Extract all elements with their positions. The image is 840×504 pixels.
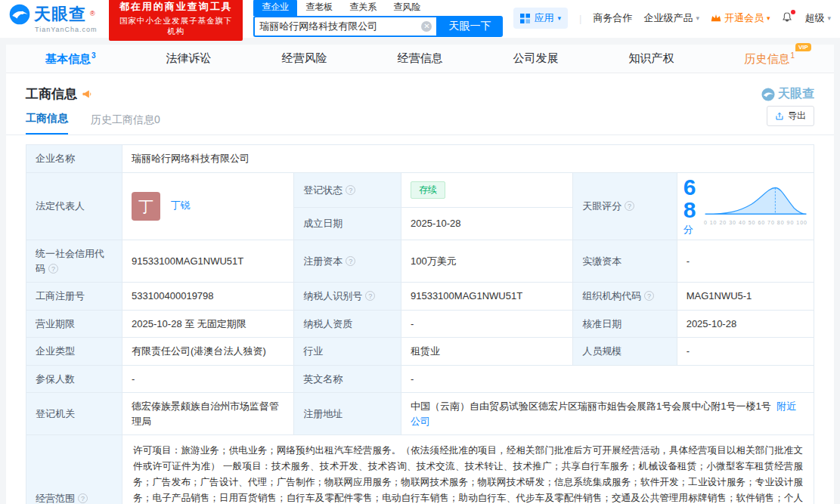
enterprise-products-label: 企业级产品 (643, 11, 693, 25)
promo-line2: 国家中小企业发展子基金旗下机构 (116, 16, 235, 37)
field-value-reg-address: 中国（云南）自由贸易试验区德宏片区瑞丽市姐告会展路1号会展中心附1号一楼1号 附… (401, 393, 814, 435)
tianyancha-logo[interactable]: 天眼查 ® TianYanCha.com (9, 4, 98, 33)
field-value-company-type: 有限责任公司(港澳台法人独资) (122, 338, 294, 366)
promo-line1: 都在用的商业查询工具 (116, 0, 235, 14)
tab-history-info-label: 历史信息 (744, 52, 789, 65)
field-value-credit-code: 91533100MAG1NWU51T (122, 240, 294, 283)
tab-badge: 3 (91, 51, 96, 60)
open-vip-menu[interactable]: 开通会员 ▾ (711, 11, 770, 25)
chevron-down-icon: ▾ (827, 14, 831, 22)
status-badge: 存续 (411, 181, 445, 199)
info-icon[interactable]: ? (644, 291, 654, 301)
announcement-horn-icon[interactable] (82, 88, 93, 100)
legal-rep-link[interactable]: 丁锐 (171, 199, 191, 211)
field-value-paid-capital: - (677, 240, 814, 283)
search-input[interactable] (259, 21, 421, 32)
field-label-company-type: 企业类型 (26, 338, 122, 366)
tab-legal-litigation-label: 法律诉讼 (166, 51, 212, 64)
info-icon[interactable]: ? (346, 256, 355, 266)
field-value-reg-number: 533100400019798 (122, 283, 294, 311)
search-box: ✕ (253, 16, 436, 37)
search-button[interactable]: 天眼一下 (436, 16, 503, 37)
field-label-taxpayer-id: 纳税人识别号? (294, 283, 401, 311)
score-unit: 分 (683, 224, 693, 235)
table-row: 工商注册号 533100400019798 纳税人识别号? 91533100MA… (26, 283, 814, 311)
legal-rep-avatar[interactable]: 丁 (132, 192, 160, 221)
subtab-business-info[interactable]: 工商信息 (26, 112, 68, 135)
tab-intellectual-property-label: 知识产权 (628, 51, 674, 64)
tab-badge: 1 (790, 51, 795, 60)
field-label-taxpayer-quality: 纳税人资质 (294, 310, 401, 338)
score-axis-labels: 0 10 20 30 40 50 60 70 80 90 100 (704, 219, 807, 227)
divider: | (579, 13, 581, 24)
crown-icon (711, 14, 721, 23)
field-label-score: 天眼评分? (573, 172, 677, 240)
search-tab-risk[interactable]: 查风险 (385, 0, 429, 16)
tab-operation-info-label: 经营信息 (397, 51, 442, 64)
tab-basic-info[interactable]: 基本信息3 (41, 51, 101, 66)
field-label-insured-count: 参保人数 (26, 365, 122, 393)
tab-basic-info-label: 基本信息 (45, 52, 91, 65)
section-title: 工商信息 (26, 85, 77, 103)
field-label-approval-date: 核准日期 (573, 310, 677, 338)
field-value-business-scope: 许可项目：旅游业务；供电业务；网络预约出租汽车经营服务。（依法须经批准的项目，经… (122, 435, 814, 504)
subtab-bar: 工商信息 历史工商信息0 导出 (6, 106, 834, 135)
search-tab-boss[interactable]: 查老板 (297, 0, 341, 16)
tab-operation-risk-label: 经营风险 (282, 51, 327, 64)
tianyancha-logo-icon (9, 4, 30, 25)
info-icon[interactable]: ? (365, 291, 375, 301)
business-info-table: 企业名称 瑞丽哈行网络科技有限公司 法定代表人 丁 丁锐 登记状态? 存续 天眼… (26, 144, 814, 504)
header-nav: 应用 ▾ | 商务合作 企业级产品 ▾ 开通会员 ▾ 超级 ▾ (513, 8, 831, 29)
tab-history-info[interactable]: 历史信息1 VIP (739, 51, 799, 66)
promo-banner: 都在用的商业查询工具 国家中小企业发展子基金旗下机构 (109, 0, 243, 41)
tab-company-development[interactable]: 公司发展 (508, 51, 563, 66)
score-distribution-chart: 0 10 20 30 40 50 60 70 80 90 100 (704, 185, 807, 227)
tab-operation-risk[interactable]: 经营风险 (277, 51, 332, 66)
table-row: 登记机关 德宏傣族景颇族自治州市场监督管理局 注册地址 中国（云南）自由贸易试验… (26, 393, 814, 435)
section-header: 工商信息 天眼查 (6, 73, 834, 106)
chevron-down-icon: ▾ (696, 14, 699, 22)
field-value-business-term: 2025-10-28 至 无固定期限 (122, 310, 294, 338)
field-value-company-name: 瑞丽哈行网络科技有限公司 (122, 145, 814, 173)
chevron-down-icon: ▾ (767, 14, 770, 22)
apps-menu[interactable]: 应用 ▾ (513, 8, 568, 29)
search-tab-company[interactable]: 查企业 (253, 0, 297, 16)
logo-registered-mark: ® (90, 11, 95, 17)
tab-operation-info[interactable]: 经营信息 (392, 51, 447, 66)
info-icon[interactable]: ? (625, 201, 634, 211)
search-tab-relation[interactable]: 查关系 (341, 0, 385, 16)
account-label: 超级 (804, 11, 824, 25)
field-value-industry: 租赁业 (401, 338, 572, 366)
notification-dot (791, 10, 795, 14)
table-row: 企业名称 瑞丽哈行网络科技有限公司 (26, 145, 814, 173)
search-tabs: 查企业 查老板 查关系 查风险 (253, 0, 503, 16)
field-label-credit-code: 统一社会信用代码? (26, 240, 122, 283)
field-label-establish-date: 成立日期 (294, 208, 401, 240)
score-number: 68 (683, 175, 696, 223)
export-icon (775, 112, 784, 121)
field-value-score[interactable]: 68分 0 10 20 30 40 50 60 70 80 90 100 (677, 172, 814, 240)
info-icon[interactable]: ? (48, 264, 58, 274)
business-cooperation-link[interactable]: 商务合作 (593, 11, 632, 25)
table-row: 经营范围? 许可项目：旅游业务；供电业务；网络预约出租汽车经营服务。（依法须经批… (26, 435, 814, 504)
field-label-reg-address: 注册地址 (294, 393, 401, 435)
table-row: 统一社会信用代码? 91533100MAG1NWU51T 注册资本? 100万美… (26, 240, 814, 283)
account-menu[interactable]: 超级 ▾ (804, 11, 831, 25)
tianyancha-watermark-icon (761, 88, 775, 101)
clear-search-icon[interactable]: ✕ (421, 21, 432, 32)
subtab-history-business-info[interactable]: 历史工商信息0 (91, 113, 160, 135)
notifications-bell[interactable] (781, 11, 793, 26)
open-vip-label: 开通会员 (724, 11, 764, 25)
info-icon[interactable]: ? (346, 185, 355, 195)
export-button[interactable]: 导出 (767, 106, 814, 126)
field-value-insured-count: - (122, 365, 294, 393)
tab-intellectual-property[interactable]: 知识产权 (624, 51, 678, 66)
enterprise-products-menu[interactable]: 企业级产品 ▾ (643, 11, 699, 25)
info-icon[interactable]: ? (78, 493, 88, 503)
field-label-org-code: 组织机构代码? (573, 283, 677, 311)
logo-title: 天眼查 (34, 6, 86, 23)
top-header: 天眼查 ® TianYanCha.com 都在用的商业查询工具 国家中小企业发展… (0, 0, 840, 38)
tab-legal-litigation[interactable]: 法律诉讼 (162, 51, 216, 66)
grid-icon (520, 14, 530, 23)
field-value-legal-rep: 丁 丁锐 (122, 172, 294, 240)
